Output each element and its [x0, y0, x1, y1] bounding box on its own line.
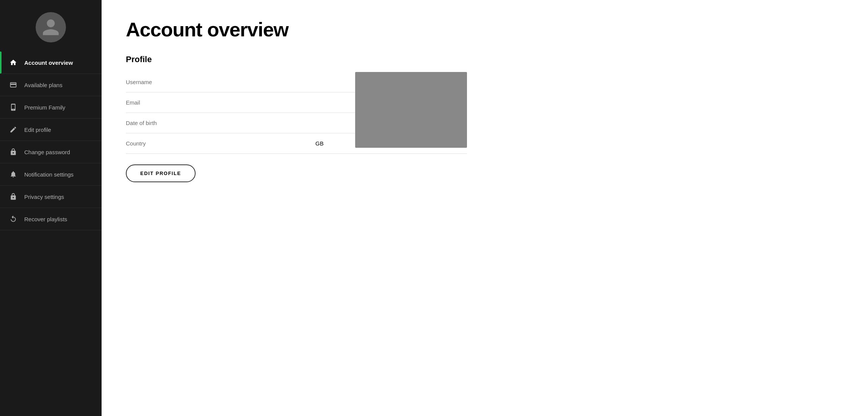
sidebar-item-available-plans[interactable]: Available plans	[0, 74, 102, 96]
fields-container: Username Email Date of birth Country GB	[126, 72, 467, 154]
sidebar-item-label-recover-playlists: Recover playlists	[24, 216, 67, 222]
country-value: GB	[315, 140, 324, 147]
avatar	[36, 12, 66, 42]
sidebar-item-privacy-settings[interactable]: Privacy settings	[0, 186, 102, 208]
sidebar-item-label-premium-family: Premium Family	[24, 104, 65, 111]
lock-icon-2	[9, 192, 17, 201]
edit-profile-button[interactable]: EDIT PROFILE	[126, 164, 196, 182]
pencil-icon	[9, 125, 17, 134]
sidebar-item-label-notification-settings: Notification settings	[24, 171, 74, 178]
device-icon	[9, 103, 17, 111]
user-avatar-icon	[41, 17, 61, 37]
card-icon	[9, 81, 17, 89]
page-title: Account overview	[126, 18, 844, 41]
sidebar-item-label-change-password: Change password	[24, 149, 70, 155]
redacted-overlay	[355, 72, 467, 148]
home-icon	[9, 58, 17, 67]
sidebar: Account overview Available plans Premium…	[0, 0, 102, 416]
sidebar-item-label-available-plans: Available plans	[24, 82, 63, 88]
username-label: Username	[126, 79, 315, 85]
sidebar-nav: Account overview Available plans Premium…	[0, 52, 102, 416]
sidebar-item-label-privacy-settings: Privacy settings	[24, 194, 64, 200]
main-content: Account overview Profile Username Email …	[102, 0, 868, 416]
sidebar-item-change-password[interactable]: Change password	[0, 141, 102, 163]
sidebar-item-label-edit-profile: Edit profile	[24, 127, 51, 133]
sidebar-item-notification-settings[interactable]: Notification settings	[0, 163, 102, 186]
avatar-area	[0, 0, 102, 52]
lock-icon	[9, 148, 17, 156]
email-label: Email	[126, 99, 315, 106]
sidebar-item-recover-playlists[interactable]: Recover playlists	[0, 208, 102, 230]
recover-icon	[9, 215, 17, 223]
profile-section: Profile Username Email Date of birth Co	[126, 55, 467, 182]
bell-icon	[9, 170, 17, 178]
sidebar-item-edit-profile[interactable]: Edit profile	[0, 119, 102, 141]
country-label: Country	[126, 140, 315, 147]
dob-label: Date of birth	[126, 120, 315, 126]
profile-section-title: Profile	[126, 55, 467, 64]
sidebar-item-account-overview[interactable]: Account overview	[0, 52, 102, 74]
sidebar-item-label-account-overview: Account overview	[24, 59, 73, 66]
sidebar-item-premium-family[interactable]: Premium Family	[0, 96, 102, 119]
